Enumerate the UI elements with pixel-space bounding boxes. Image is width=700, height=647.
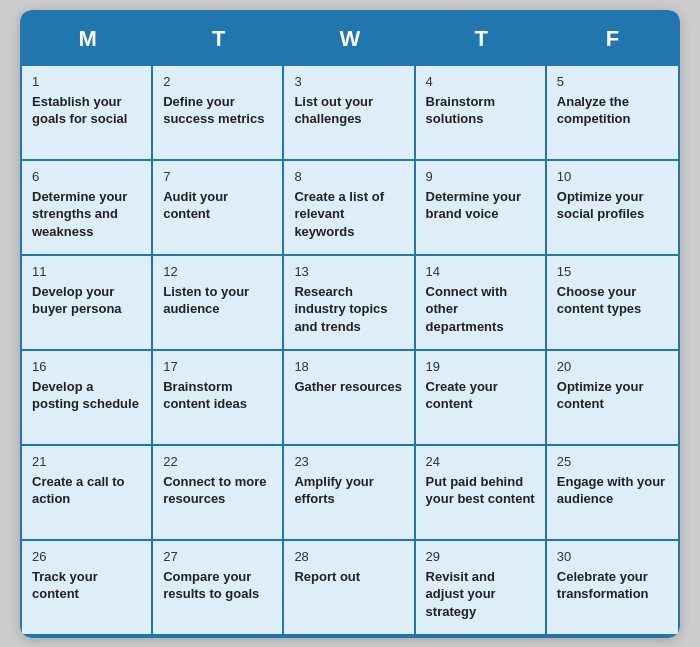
header-day-f-4: F: [547, 12, 678, 66]
calendar-cell-8: 8Create a list of relevant keywords: [284, 161, 415, 256]
cell-text: Optimize your social profiles: [557, 188, 668, 223]
cell-text: Gather resources: [294, 378, 403, 396]
calendar-cell-11: 11Develop your buyer persona: [22, 256, 153, 351]
calendar-cell-22: 22Connect to more resources: [153, 446, 284, 541]
calendar-cell-14: 14Connect with other departments: [416, 256, 547, 351]
cell-number: 2: [163, 74, 272, 89]
cell-number: 15: [557, 264, 668, 279]
calendar-cell-24: 24Put paid behind your best content: [416, 446, 547, 541]
cell-text: Analyze the competition: [557, 93, 668, 128]
cell-number: 13: [294, 264, 403, 279]
calendar-cell-28: 28Report out: [284, 541, 415, 636]
cell-text: Research industry topics and trends: [294, 283, 403, 336]
cell-number: 6: [32, 169, 141, 184]
cell-number: 27: [163, 549, 272, 564]
cell-text: Brainstorm solutions: [426, 93, 535, 128]
calendar-cell-5: 5Analyze the competition: [547, 66, 678, 161]
calendar-cell-10: 10Optimize your social profiles: [547, 161, 678, 256]
cell-number: 5: [557, 74, 668, 89]
cell-text: Report out: [294, 568, 403, 586]
cell-number: 28: [294, 549, 403, 564]
cell-number: 18: [294, 359, 403, 374]
calendar-cell-23: 23Amplify your efforts: [284, 446, 415, 541]
calendar-cell-9: 9Determine your brand voice: [416, 161, 547, 256]
cell-text: Create your content: [426, 378, 535, 413]
calendar-cell-29: 29Revisit and adjust your strategy: [416, 541, 547, 636]
calendar-cell-20: 20Optimize your content: [547, 351, 678, 446]
cell-text: Develop your buyer persona: [32, 283, 141, 318]
cell-text: Develop a posting schedule: [32, 378, 141, 413]
cell-number: 30: [557, 549, 668, 564]
cell-number: 21: [32, 454, 141, 469]
calendar-header: MTWTF: [20, 10, 680, 66]
cell-text: Determine your brand voice: [426, 188, 535, 223]
cell-number: 16: [32, 359, 141, 374]
calendar-cell-21: 21Create a call to action: [22, 446, 153, 541]
cell-number: 7: [163, 169, 272, 184]
header-day-t-3: T: [416, 12, 547, 66]
calendar-cell-30: 30Celebrate your transformation: [547, 541, 678, 636]
header-day-t-1: T: [153, 12, 284, 66]
calendar-cell-7: 7Audit your content: [153, 161, 284, 256]
calendar-cell-16: 16Develop a posting schedule: [22, 351, 153, 446]
header-day-m-0: M: [22, 12, 153, 66]
cell-number: 17: [163, 359, 272, 374]
cell-number: 24: [426, 454, 535, 469]
calendar-cell-1: 1Establish your goals for social: [22, 66, 153, 161]
cell-text: Brainstorm content ideas: [163, 378, 272, 413]
cell-number: 23: [294, 454, 403, 469]
calendar-cell-3: 3List out your challenges: [284, 66, 415, 161]
cell-text: Listen to your audience: [163, 283, 272, 318]
calendar-cell-4: 4Brainstorm solutions: [416, 66, 547, 161]
cell-text: Establish your goals for social: [32, 93, 141, 128]
cell-text: Celebrate your transformation: [557, 568, 668, 603]
header-day-w-2: W: [284, 12, 415, 66]
calendar-cell-25: 25Engage with your audience: [547, 446, 678, 541]
calendar-cell-12: 12Listen to your audience: [153, 256, 284, 351]
cell-number: 26: [32, 549, 141, 564]
cell-text: Compare your results to goals: [163, 568, 272, 603]
calendar-cell-27: 27Compare your results to goals: [153, 541, 284, 636]
cell-text: Amplify your efforts: [294, 473, 403, 508]
cell-number: 22: [163, 454, 272, 469]
calendar-cell-15: 15Choose your content types: [547, 256, 678, 351]
cell-text: Connect to more resources: [163, 473, 272, 508]
cell-number: 3: [294, 74, 403, 89]
cell-text: Revisit and adjust your strategy: [426, 568, 535, 621]
cell-number: 29: [426, 549, 535, 564]
cell-text: Define your success metrics: [163, 93, 272, 128]
cell-text: List out your challenges: [294, 93, 403, 128]
calendar-container: MTWTF 1Establish your goals for social2D…: [20, 10, 680, 638]
cell-number: 25: [557, 454, 668, 469]
calendar-cell-6: 6Determine your strengths and weakness: [22, 161, 153, 256]
cell-number: 14: [426, 264, 535, 279]
cell-text: Audit your content: [163, 188, 272, 223]
cell-number: 11: [32, 264, 141, 279]
cell-number: 9: [426, 169, 535, 184]
cell-text: Choose your content types: [557, 283, 668, 318]
calendar-cell-19: 19Create your content: [416, 351, 547, 446]
cell-number: 19: [426, 359, 535, 374]
calendar-cell-26: 26Track your content: [22, 541, 153, 636]
cell-number: 10: [557, 169, 668, 184]
cell-text: Connect with other departments: [426, 283, 535, 336]
calendar-cell-18: 18Gather resources: [284, 351, 415, 446]
cell-number: 1: [32, 74, 141, 89]
calendar-cell-13: 13Research industry topics and trends: [284, 256, 415, 351]
cell-number: 12: [163, 264, 272, 279]
cell-text: Track your content: [32, 568, 141, 603]
cell-text: Put paid behind your best content: [426, 473, 535, 508]
calendar-grid: 1Establish your goals for social2Define …: [20, 66, 680, 638]
calendar-cell-17: 17Brainstorm content ideas: [153, 351, 284, 446]
calendar-cell-2: 2Define your success metrics: [153, 66, 284, 161]
cell-text: Determine your strengths and weakness: [32, 188, 141, 241]
cell-number: 20: [557, 359, 668, 374]
cell-number: 8: [294, 169, 403, 184]
cell-text: Engage with your audience: [557, 473, 668, 508]
cell-text: Create a call to action: [32, 473, 141, 508]
cell-text: Create a list of relevant keywords: [294, 188, 403, 241]
cell-number: 4: [426, 74, 535, 89]
cell-text: Optimize your content: [557, 378, 668, 413]
